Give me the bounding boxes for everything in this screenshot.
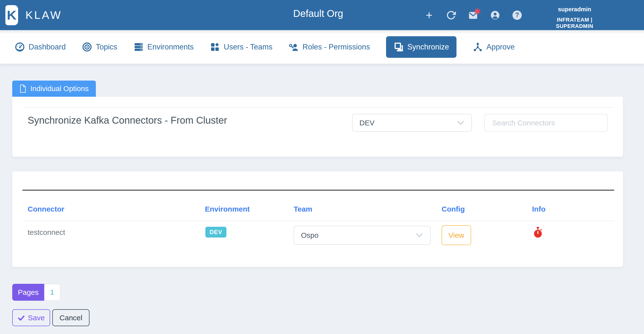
tab-label: Individual Options (30, 84, 88, 93)
nav-item-environments[interactable]: Environments (134, 42, 194, 52)
users-teams-icon (210, 42, 220, 52)
dashboard-icon (15, 42, 25, 52)
mail-icon[interactable] (468, 10, 478, 20)
environment-badge: DEV (206, 227, 226, 238)
nav-item-roles-permissions[interactable]: Roles - Permissions (288, 42, 370, 52)
column-header-team: Team (294, 205, 312, 213)
nav-item-topics[interactable]: Topics (82, 42, 117, 52)
help-icon[interactable]: ? (512, 10, 522, 20)
klaw-logo-icon[interactable]: K (6, 5, 18, 25)
team-select-value: Ospo (301, 231, 318, 239)
column-header-connector: Connector (28, 205, 64, 213)
username: superadmin (542, 6, 608, 13)
team-role: INFRATEAM | SUPERADMIN (542, 17, 608, 29)
refresh-icon[interactable] (446, 10, 456, 20)
nav-item-dashboard[interactable]: Dashboard (15, 42, 66, 52)
topics-icon (82, 42, 92, 52)
column-header-config: Config (442, 205, 465, 213)
chevron-down-icon (457, 120, 464, 125)
nav-label: Topics (96, 43, 117, 51)
add-icon[interactable]: + (424, 10, 434, 20)
roles-permissions-icon (288, 42, 299, 52)
divider (23, 107, 614, 108)
column-header-info: Info (532, 205, 546, 213)
nav-label: Dashboard (28, 43, 66, 51)
environment-select[interactable]: DEV (352, 114, 472, 132)
klaw-app: K KLAW Default Org + (0, 0, 644, 334)
sync-panel: Synchronize Kafka Connectors - From Clus… (12, 97, 623, 157)
brand-title: KLAW (26, 9, 62, 22)
main-nav: Dashboard Topics Environments (0, 30, 644, 64)
nav-item-users-teams[interactable]: Users - Teams (210, 42, 272, 52)
nav-item-approve[interactable]: Approve (472, 42, 515, 52)
nav-label: Environments (148, 43, 194, 51)
pages-label[interactable]: Pages (12, 284, 44, 301)
synchronize-icon (394, 42, 404, 52)
page-number-button[interactable]: 1 (44, 284, 60, 301)
header-icon-bar: + (424, 0, 522, 30)
content-area: Individual Options Synchronize Kafka Con… (0, 64, 644, 334)
team-select[interactable]: Ospo (294, 226, 430, 245)
search-connectors-input[interactable] (484, 114, 608, 132)
tab-individual-options[interactable]: Individual Options (12, 81, 96, 97)
connectors-table: Connector Environment Team Config Info t… (12, 172, 623, 267)
org-title: Default Org (293, 8, 343, 19)
approve-icon (472, 42, 483, 52)
check-icon (18, 314, 25, 321)
nav-item-synchronize[interactable]: Synchronize (386, 36, 456, 58)
user-info[interactable]: superadmin INFRATEAM | SUPERADMIN (542, 6, 608, 29)
timer-icon[interactable] (533, 227, 543, 239)
column-header-environment: Environment (205, 205, 250, 213)
chevron-down-icon (416, 233, 423, 238)
document-icon (20, 84, 26, 93)
klaw-logo-letter: K (7, 8, 16, 23)
save-button[interactable]: Save (12, 309, 50, 326)
page-title: Synchronize Kafka Connectors - From Clus… (28, 115, 227, 126)
pagination: Pages 1 (12, 284, 60, 301)
nav-label: Synchronize (407, 43, 449, 51)
top-header: K KLAW Default Org + (0, 0, 644, 30)
row-divider (22, 221, 614, 221)
nav-label: Approve (486, 43, 515, 51)
environment-select-value: DEV (360, 119, 374, 127)
connector-name: testconnect (28, 228, 65, 237)
form-actions: Save Cancel (12, 309, 632, 326)
save-label: Save (28, 314, 44, 322)
nav-label: Roles - Permissions (302, 43, 370, 51)
notification-dot (475, 9, 480, 14)
nav-label: Users - Teams (224, 43, 272, 51)
table-top-rule (22, 190, 614, 191)
view-config-button[interactable]: View (442, 225, 471, 245)
cancel-button[interactable]: Cancel (52, 309, 90, 326)
user-profile-icon[interactable] (490, 10, 500, 20)
environments-icon (134, 42, 144, 52)
